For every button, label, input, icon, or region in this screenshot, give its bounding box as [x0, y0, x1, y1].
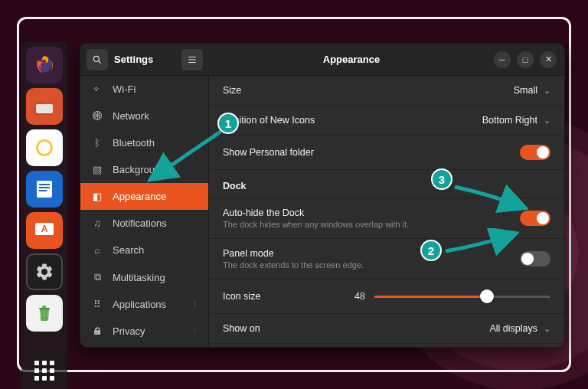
search-icon: ⌕: [91, 244, 103, 256]
multitasking-icon: ⧉: [91, 271, 103, 283]
svg-rect-2: [37, 181, 52, 198]
network-icon: 🌐︎: [91, 110, 103, 122]
sidebar-item-notifications[interactable]: ♫Notifications: [80, 210, 208, 237]
annotation-callout-3: 3: [431, 168, 452, 190]
toggle-auto-hide-dock[interactable]: [520, 211, 550, 226]
dock-app-firefox[interactable]: [26, 47, 63, 83]
appearance-icon: ◧: [91, 191, 103, 202]
toggle-show-personal-folder[interactable]: [520, 145, 550, 160]
sidebar-item-background[interactable]: ▧Background: [80, 156, 208, 183]
dock-app-files[interactable]: [26, 88, 63, 125]
setting-row-icon-size: Icon size 48: [209, 279, 564, 314]
settings-sidebar: ᯤWi-Fi 🌐︎Network ᛒBluetooth ▧Background …: [80, 76, 209, 347]
setting-value: All displays: [489, 323, 537, 334]
dock-show-applications[interactable]: [26, 352, 63, 389]
setting-row-position-on-screen[interactable]: Position on screen Left⌄: [209, 344, 564, 347]
settings-window: Settings Appearance ─ □ ✕ ᯤWi-Fi 🌐︎Netwo…: [80, 43, 565, 348]
chevron-down-icon: ⌄: [544, 324, 550, 334]
wifi-icon: ᯤ: [91, 83, 103, 95]
sidebar-item-label: Multitasking: [113, 272, 165, 283]
sidebar-item-online-accounts[interactable]: ☁Online Accounts: [80, 345, 208, 347]
sidebar-item-label: Applications: [113, 299, 166, 310]
setting-label: Panel mode: [223, 248, 364, 259]
setting-sublabel: The dock hides when any windows overlap …: [223, 220, 409, 229]
chevron-right-icon: 〉: [193, 299, 201, 310]
hamburger-menu-button[interactable]: [181, 49, 203, 70]
sidebar-item-bluetooth[interactable]: ᛒBluetooth: [80, 129, 208, 156]
svg-rect-5: [39, 190, 47, 191]
sidebar-item-label: Privacy: [113, 325, 145, 337]
window-title: Settings: [114, 54, 175, 65]
sidebar-item-appearance[interactable]: ◧Appearance: [80, 183, 208, 210]
sidebar-item-label: Appearance: [113, 191, 166, 202]
sidebar-item-label: Notifications: [113, 217, 167, 229]
sidebar-item-search[interactable]: ⌕Search: [80, 237, 208, 263]
chevron-down-icon: ⌄: [544, 116, 550, 126]
applications-icon: ⠿: [91, 299, 103, 310]
svg-rect-3: [39, 184, 50, 185]
setting-row-position-new-icons[interactable]: Position of New Icons Bottom Right⌄: [209, 106, 564, 136]
sidebar-item-label: Network: [113, 110, 149, 122]
dock-app-settings[interactable]: [26, 253, 63, 290]
close-button[interactable]: ✕: [540, 51, 557, 68]
toggle-panel-mode[interactable]: [520, 251, 550, 266]
dock-app-libreoffice-writer[interactable]: [26, 171, 63, 208]
setting-value: Small: [514, 85, 537, 96]
slider-value: 48: [347, 291, 365, 302]
settings-content: Size Small⌄ Position of New Icons Bottom…: [209, 76, 564, 347]
titlebar: Settings Appearance ─ □ ✕: [80, 44, 564, 76]
ubuntu-dock: [21, 42, 67, 389]
maximize-button[interactable]: □: [517, 51, 534, 68]
icon-size-slider[interactable]: [374, 289, 550, 304]
sidebar-item-label: Wi-Fi: [113, 83, 136, 95]
setting-value: Bottom Right: [482, 115, 537, 126]
sidebar-item-applications[interactable]: ⠿Applications〉: [80, 291, 208, 318]
minimize-button[interactable]: ─: [494, 51, 511, 68]
bell-icon: ♫: [91, 217, 103, 229]
annotation-callout-1: 1: [217, 113, 239, 134]
setting-row-auto-hide-dock: Auto-hide the Dock The dock hides when a…: [209, 198, 564, 239]
page-title: Appearance: [209, 54, 494, 65]
sidebar-item-label: Background: [113, 164, 165, 175]
dock-app-ubuntu-software[interactable]: [26, 212, 63, 249]
setting-label: Size: [223, 85, 241, 96]
lock-icon: 🔒︎: [91, 325, 103, 337]
sidebar-item-multitasking[interactable]: ⧉Multitasking: [80, 263, 208, 291]
sidebar-item-wifi[interactable]: ᯤWi-Fi: [80, 76, 208, 103]
setting-row-show-on[interactable]: Show on All displays⌄: [209, 314, 564, 344]
background-icon: ▧: [91, 164, 103, 175]
sidebar-item-label: Bluetooth: [113, 137, 155, 149]
setting-label: Show Personal folder: [223, 147, 314, 158]
search-button[interactable]: [87, 49, 108, 70]
svg-rect-1: [36, 104, 53, 113]
svg-rect-4: [39, 187, 50, 188]
setting-sublabel: The dock extends to the screen edge.: [223, 260, 364, 270]
chevron-down-icon: ⌄: [544, 86, 550, 96]
setting-row-panel-mode: Panel mode The dock extends to the scree…: [209, 239, 564, 279]
sidebar-item-label: Search: [113, 244, 144, 256]
section-header-dock: Dock: [209, 170, 564, 198]
setting-label: Icon size: [223, 291, 338, 302]
bluetooth-icon: ᛒ: [91, 137, 103, 149]
svg-point-7: [93, 56, 99, 61]
dock-app-trash[interactable]: [26, 295, 63, 332]
sidebar-item-privacy[interactable]: 🔒︎Privacy〉: [80, 318, 208, 345]
sidebar-item-network[interactable]: 🌐︎Network: [80, 103, 208, 129]
dock-app-rhythmbox[interactable]: [26, 129, 63, 166]
setting-row-size[interactable]: Size Small⌄: [209, 76, 564, 106]
setting-label: Auto-hide the Dock: [223, 208, 409, 218]
setting-label: Show on: [223, 323, 260, 334]
setting-row-show-personal-folder: Show Personal folder: [209, 136, 564, 170]
annotation-callout-2: 2: [420, 240, 442, 261]
svg-line-8: [99, 60, 101, 63]
chevron-right-icon: 〉: [193, 326, 201, 337]
